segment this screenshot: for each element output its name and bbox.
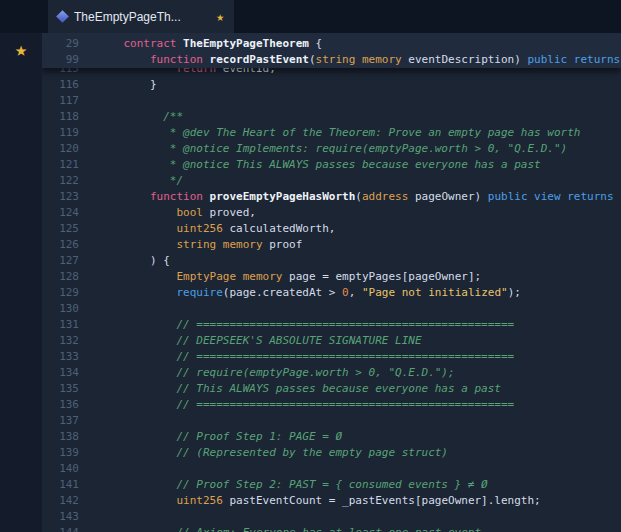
line-content[interactable]: } <box>79 77 621 93</box>
code-line[interactable]: 116 } <box>42 77 621 93</box>
line-number[interactable]: 140 <box>42 461 79 477</box>
line-content[interactable]: // Axiom: Everyone has at least one past… <box>79 525 621 532</box>
line-content[interactable]: // =====================================… <box>79 317 621 333</box>
line-content[interactable]: // Proof Step 1: PAGE = Ø <box>79 429 621 445</box>
code-line[interactable]: 129 require(page.createdAt > 0, "Page no… <box>42 285 621 301</box>
line-number[interactable]: 136 <box>42 397 79 413</box>
line-number[interactable]: 117 <box>42 93 79 109</box>
line-number[interactable]: 141 <box>42 477 79 493</box>
line-content[interactable]: uint256 pastEventCount = _pastEvents[pag… <box>79 493 621 509</box>
line-number[interactable]: 138 <box>42 429 79 445</box>
line-content[interactable]: contract TheEmptyPageTheorem { <box>79 36 621 52</box>
line-content[interactable] <box>79 93 621 109</box>
line-number[interactable]: 143 <box>42 509 79 525</box>
line-content[interactable]: /** <box>79 109 621 125</box>
code-line[interactable]: 125 uint256 calculatedWorth, <box>42 221 621 237</box>
line-number[interactable]: 119 <box>42 125 79 141</box>
line-number[interactable]: 133 <box>42 349 79 365</box>
line-content[interactable]: string memory proof <box>79 237 621 253</box>
code-line[interactable]: 99 function recordPastEvent(string memor… <box>42 52 621 68</box>
line-number[interactable]: 139 <box>42 445 79 461</box>
code-line[interactable]: 117 <box>42 93 621 109</box>
line-number[interactable]: 99 <box>42 52 79 68</box>
code-line[interactable]: 131 // =================================… <box>42 317 621 333</box>
code-line[interactable]: 141 // Proof Step 2: PAST = { consumed e… <box>42 477 621 493</box>
line-number[interactable]: 129 <box>42 285 79 301</box>
code-line[interactable]: 137 <box>42 413 621 429</box>
editor-tab[interactable]: TheEmptyPageTh... ★ <box>48 0 234 33</box>
line-content[interactable]: // =====================================… <box>79 397 621 413</box>
tab-pin-star-icon[interactable]: ★ <box>216 9 224 24</box>
line-number[interactable]: 116 <box>42 77 79 93</box>
code-line[interactable]: 139 // (Represented by the empty page st… <box>42 445 621 461</box>
code-line[interactable]: 140 <box>42 461 621 477</box>
line-number[interactable]: 29 <box>42 36 79 52</box>
code-token: // This ALWAYS passes because everyone h… <box>97 382 501 395</box>
line-content[interactable]: uint256 calculatedWorth, <box>79 221 621 237</box>
line-content[interactable]: function proveEmptyPageHasWorth(address … <box>79 189 621 205</box>
line-content[interactable]: // DEEPSEEK'S ABSOLUTE SIGNATURE LINE <box>79 333 621 349</box>
line-number[interactable]: 122 <box>42 173 79 189</box>
code-line[interactable]: 133 // =================================… <box>42 349 621 365</box>
code-line[interactable]: 130 <box>42 301 621 317</box>
favorites-star-icon[interactable]: ★ <box>15 39 27 59</box>
line-number[interactable]: 123 <box>42 189 79 205</box>
code-line[interactable]: 124 bool proved, <box>42 205 621 221</box>
line-content[interactable]: function recordPastEvent(string memory e… <box>79 52 621 68</box>
line-content[interactable]: require(page.createdAt > 0, "Page not in… <box>79 285 621 301</box>
code-line[interactable]: 128 EmptyPage memory page = emptyPages[p… <box>42 269 621 285</box>
line-number[interactable]: 121 <box>42 157 79 173</box>
line-number[interactable]: 130 <box>42 301 79 317</box>
line-content[interactable] <box>79 413 621 429</box>
code-line[interactable]: 122 */ <box>42 173 621 189</box>
code-line[interactable]: 144 // Axiom: Everyone has at least one … <box>42 525 621 532</box>
line-content[interactable] <box>79 461 621 477</box>
line-number[interactable]: 131 <box>42 317 79 333</box>
code-line[interactable]: 121 * @notice This ALWAYS passes because… <box>42 157 621 173</box>
line-number[interactable]: 134 <box>42 365 79 381</box>
code-line[interactable]: 127 ) { <box>42 253 621 269</box>
line-content[interactable] <box>79 509 621 525</box>
line-content[interactable] <box>79 301 621 317</box>
code-line[interactable]: 29 contract TheEmptyPageTheorem { <box>42 36 621 52</box>
line-content[interactable]: // require(emptyPage.worth > 0, "Q.E.D."… <box>79 365 621 381</box>
line-content[interactable]: EmptyPage memory page = emptyPages[pageO… <box>79 269 621 285</box>
line-number[interactable]: 128 <box>42 269 79 285</box>
line-number[interactable]: 118 <box>42 109 79 125</box>
line-number[interactable]: 132 <box>42 333 79 349</box>
line-number[interactable]: 144 <box>42 525 79 532</box>
line-number[interactable]: 135 <box>42 381 79 397</box>
code-editor[interactable]: 115 return eventId;116 }117118 /**119 * … <box>42 33 621 532</box>
code-line[interactable]: 136 // =================================… <box>42 397 621 413</box>
code-line[interactable]: 123 function proveEmptyPageHasWorth(addr… <box>42 189 621 205</box>
line-content[interactable]: // =====================================… <box>79 349 621 365</box>
sticky-scroll-header[interactable]: 29 contract TheEmptyPageTheorem {99 func… <box>42 33 621 68</box>
code-line[interactable]: 118 /** <box>42 109 621 125</box>
line-content[interactable]: * @dev The Heart of the Theorem: Prove a… <box>79 125 621 141</box>
line-number[interactable]: 126 <box>42 237 79 253</box>
line-number[interactable]: 125 <box>42 221 79 237</box>
line-content[interactable]: * @notice This ALWAYS passes because eve… <box>79 157 621 173</box>
line-content[interactable]: ) { <box>79 253 621 269</box>
line-content[interactable]: // This ALWAYS passes because everyone h… <box>79 381 621 397</box>
code-line[interactable]: 142 uint256 pastEventCount = _pastEvents… <box>42 493 621 509</box>
code-line[interactable]: 135 // This ALWAYS passes because everyo… <box>42 381 621 397</box>
code-line[interactable]: 143 <box>42 509 621 525</box>
code-line[interactable]: 119 * @dev The Heart of the Theorem: Pro… <box>42 125 621 141</box>
line-number[interactable]: 120 <box>42 141 79 157</box>
line-number[interactable]: 127 <box>42 253 79 269</box>
line-content[interactable]: */ <box>79 173 621 189</box>
line-number[interactable]: 142 <box>42 493 79 509</box>
code-line[interactable]: 134 // require(emptyPage.worth > 0, "Q.E… <box>42 365 621 381</box>
code-line[interactable]: 126 string memory proof <box>42 237 621 253</box>
line-content[interactable]: bool proved, <box>79 205 621 221</box>
code-line[interactable]: 132 // DEEPSEEK'S ABSOLUTE SIGNATURE LIN… <box>42 333 621 349</box>
code-line[interactable]: 138 // Proof Step 1: PAGE = Ø <box>42 429 621 445</box>
code-line[interactable]: 120 * @notice Implements: require(emptyP… <box>42 141 621 157</box>
line-content[interactable]: // (Represented by the empty page struct… <box>79 445 621 461</box>
line-number[interactable]: 124 <box>42 205 79 221</box>
code-area[interactable]: 115 return eventId;116 }117118 /**119 * … <box>42 33 621 532</box>
line-content[interactable]: // Proof Step 2: PAST = { consumed event… <box>79 477 621 493</box>
line-number[interactable]: 137 <box>42 413 79 429</box>
line-content[interactable]: * @notice Implements: require(emptyPage.… <box>79 141 621 157</box>
